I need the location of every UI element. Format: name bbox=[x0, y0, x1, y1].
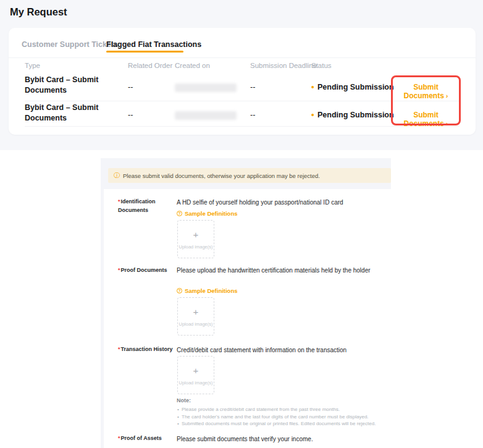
status-dot-icon bbox=[311, 86, 314, 88]
sample-definitions-label: Sample Definitions bbox=[185, 287, 238, 294]
warning-banner: ⓘ Please submit valid documents, otherwi… bbox=[108, 168, 391, 183]
field-label-text: Transaction History bbox=[121, 346, 173, 352]
field-label-text: Identification Documents bbox=[118, 198, 156, 213]
note-item: The card holder's name and the last four… bbox=[177, 413, 392, 421]
column-header-created-on: Created on bbox=[175, 62, 210, 69]
note-title: Note: bbox=[177, 397, 392, 404]
related-order-cell: -- bbox=[128, 111, 133, 119]
submission-deadline-cell: -- bbox=[250, 111, 255, 119]
tab-customer-support-tickets[interactable]: Customer Support Tickets bbox=[22, 40, 118, 49]
question-circle-icon: ? bbox=[177, 288, 182, 294]
note-list: Please provide a credit/debit card state… bbox=[177, 406, 392, 428]
submission-deadline-cell: -- bbox=[250, 83, 255, 91]
warning-banner-text: Please submit valid documents, otherwise… bbox=[123, 172, 320, 179]
status-dot-icon bbox=[311, 114, 314, 116]
required-marker: * bbox=[118, 435, 120, 441]
question-circle-icon: ? bbox=[177, 211, 182, 216]
plus-icon: + bbox=[178, 365, 214, 376]
info-icon: ⓘ bbox=[114, 172, 120, 179]
upload-label: Upload image(s) bbox=[178, 380, 214, 386]
upload-dropzone-identification[interactable]: + Upload image(s) bbox=[177, 220, 214, 258]
plus-icon: + bbox=[178, 306, 214, 317]
tab-flagged-fiat-transactions[interactable]: Flagged Fiat Transactions bbox=[106, 40, 201, 49]
submit-documents-panel: ⓘ Please submit valid documents, otherwi… bbox=[101, 158, 391, 448]
sample-definitions-link[interactable]: ?Sample Definitions bbox=[177, 287, 238, 294]
screen: My Request Customer Support Tickets Flag… bbox=[0, 0, 483, 448]
field-label-transaction-history: *Transaction History bbox=[118, 345, 182, 353]
status-badge: Pending Submission bbox=[311, 83, 394, 91]
required-marker: * bbox=[118, 198, 120, 205]
column-header-type: Type bbox=[25, 62, 40, 69]
highlight-annotation-box bbox=[391, 75, 461, 125]
field-description: Credit/debit card statement with informa… bbox=[177, 345, 380, 355]
column-header-status: Status bbox=[311, 62, 332, 69]
note-item: Submitted documents must be original or … bbox=[177, 420, 392, 428]
note-block: Note: Please provide a credit/debit card… bbox=[177, 397, 392, 428]
upload-dropzone-proof[interactable]: + Upload image(s) bbox=[177, 297, 214, 336]
type-cell: Bybit Card – Submit Documents bbox=[25, 75, 105, 95]
sample-definitions-link[interactable]: ?Sample Definitions bbox=[177, 210, 238, 217]
form-card: *Identification Documents A HD selfie of… bbox=[104, 189, 391, 448]
row-divider bbox=[25, 126, 460, 127]
field-description: A HD selfie of yourself holding your pas… bbox=[177, 198, 380, 207]
sample-definitions-label: Sample Definitions bbox=[185, 210, 238, 217]
required-marker: * bbox=[118, 346, 120, 352]
field-label-identification-documents: *Identification Documents bbox=[118, 197, 182, 214]
page-title: My Request bbox=[10, 6, 67, 18]
field-label-text: Proof Documents bbox=[121, 267, 167, 273]
upload-dropzone-transaction-history[interactable]: + Upload image(s) bbox=[177, 356, 214, 394]
tabs-divider bbox=[9, 57, 476, 58]
redacted-created-on bbox=[175, 83, 237, 92]
status-label: Pending Submission bbox=[317, 83, 394, 91]
status-badge: Pending Submission bbox=[311, 111, 394, 119]
upload-label: Upload image(s) bbox=[178, 321, 214, 327]
status-label: Pending Submission bbox=[317, 111, 394, 119]
column-header-submission-deadline: Submission Deadline bbox=[250, 62, 317, 69]
active-tab-underline bbox=[106, 51, 183, 53]
field-label-proof-documents: *Proof Documents bbox=[118, 266, 182, 274]
related-order-cell: -- bbox=[128, 83, 133, 91]
field-label-proof-of-assets: *Proof of Assets bbox=[118, 434, 182, 442]
column-header-related-order: Related Order bbox=[128, 62, 172, 69]
redacted-created-on bbox=[175, 111, 237, 120]
field-label-text: Proof of Assets bbox=[121, 435, 162, 441]
field-description: Please upload the handwritten certificat… bbox=[177, 266, 380, 275]
note-item: Please provide a credit/debit card state… bbox=[177, 406, 392, 413]
plus-icon: + bbox=[178, 229, 214, 240]
field-description: Please submit documents that verify your… bbox=[177, 434, 380, 444]
required-marker: * bbox=[118, 267, 120, 273]
type-cell: Bybit Card – Submit Documents bbox=[25, 103, 105, 123]
upload-label: Upload image(s) bbox=[178, 244, 214, 250]
